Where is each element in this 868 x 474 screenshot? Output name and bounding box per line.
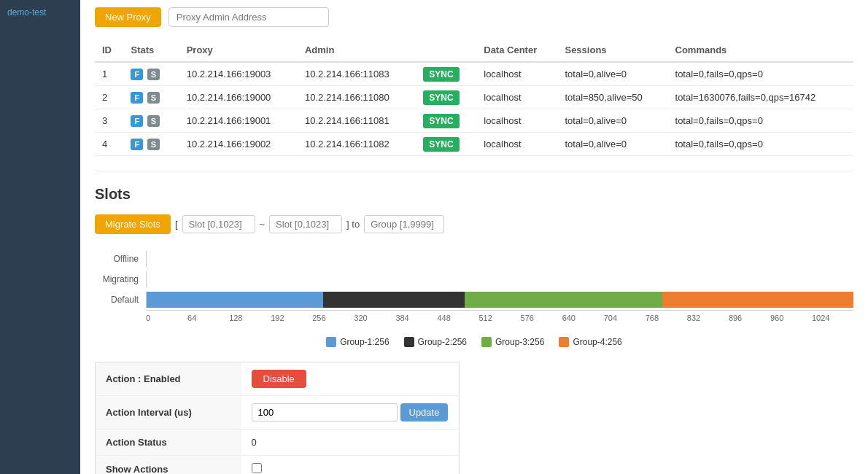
legend-label: Group-4:256 [573,337,621,347]
col-sync [416,39,476,62]
group-input[interactable] [364,215,444,233]
cell-sessions: total=0,alive=0 [557,109,667,133]
migrate-slots-button[interactable]: Migrate Slots [95,214,171,234]
cell-commands: total=0,fails=0,qps=0 [668,109,853,133]
cell-datacenter: localhost [476,86,557,109]
action-row-label: Show Actions [96,456,241,475]
badge-f: F [131,69,143,80]
col-sessions: Sessions [557,39,667,62]
cell-id: 2 [95,86,123,109]
cell-commands: total=1630076,fails=0,qps=16742 [668,86,853,109]
x-tick: 768 [646,314,687,322]
chart-bar-area [146,271,853,287]
col-stats: Stats [123,39,179,62]
cell-proxy: 10.2.214.166:19003 [179,62,298,86]
sync-badge: SYNC [423,67,459,82]
chart-bar-segment [465,292,662,308]
new-proxy-button[interactable]: New Proxy [95,7,161,27]
legend-item: Group-3:256 [481,337,544,347]
table-row: 2 F S 10.2.214.166:19000 10.2.214.166:11… [95,86,853,109]
action-interval-input[interactable] [252,403,398,421]
legend-color [404,337,414,347]
cell-datacenter: localhost [476,62,557,86]
table-row: 3 F S 10.2.214.166:19001 10.2.214.166:11… [95,109,853,133]
cell-sync: SYNC [416,62,476,86]
x-tick: 128 [229,314,271,322]
cell-sync: SYNC [416,133,476,156]
proxy-admin-address-input[interactable] [168,7,329,27]
cell-admin: 10.2.214.166:11083 [298,62,416,86]
top-bar: New Proxy [95,7,853,27]
cell-stats: F S [123,133,179,156]
x-tick: 832 [687,314,729,322]
col-datacenter: Data Center [476,39,557,62]
legend-color [326,337,336,347]
x-tick: 640 [562,314,604,322]
col-admin: Admin [298,39,416,62]
x-tick: 1024 [812,314,853,322]
cell-sessions: total=0,alive=0 [557,133,667,156]
sync-badge: SYNC [423,90,459,105]
cell-id: 4 [95,133,123,156]
cell-stats: F S [123,109,179,133]
cell-sync: SYNC [416,86,476,109]
action-status-value: 0 [241,430,460,456]
sync-badge: SYNC [423,137,459,152]
badge-s: S [147,139,160,150]
chart-row: Migrating [95,269,853,290]
x-tick: 64 [187,314,229,322]
action-row: Action : EnabledDisable [96,362,460,396]
x-tick: 576 [521,314,562,322]
action-row: Action Interval (us)Update [96,396,460,430]
sync-badge: SYNC [423,114,459,128]
badge-s: S [147,115,160,127]
action-row: Action Status0 [96,430,460,456]
chart-row: Offline [95,249,853,269]
table-row: 4 F S 10.2.214.166:19002 10.2.214.166:11… [95,133,853,156]
cell-id: 1 [95,62,123,86]
slot-to-input[interactable] [269,215,342,233]
cell-sessions: total=0,alive=0 [557,62,667,86]
badge-s: S [147,69,160,80]
action-row-label: Action Interval (us) [96,396,241,430]
legend-label: Group-1:256 [340,337,389,347]
show-actions-checkbox[interactable] [252,463,262,473]
action-row-label: Action Status [96,430,241,456]
cell-proxy: 10.2.214.166:19000 [179,86,298,109]
cell-stats: F S [123,62,179,86]
sidebar-link-demo-test[interactable]: demo-test [0,0,80,25]
cell-datacenter: localhost [476,109,557,133]
cell-admin: 10.2.214.166:11081 [298,109,416,133]
update-button[interactable]: Update [400,403,449,421]
proxy-table: ID Stats Proxy Admin Data Center Session… [95,39,853,156]
badge-s: S [147,92,160,104]
cell-sessions: total=850,alive=50 [557,86,667,109]
slot-from-input[interactable] [182,215,255,233]
col-commands: Commands [668,39,853,62]
disable-button[interactable]: Disable [252,370,306,388]
cell-proxy: 10.2.214.166:19002 [179,133,298,156]
cell-admin: 10.2.214.166:11080 [298,86,416,109]
action-row-value: Update [241,396,460,430]
chart-row-label: Default [95,295,146,305]
cell-datacenter: localhost [476,133,557,156]
x-tick: 960 [770,314,812,322]
badge-f: F [131,115,143,127]
cell-id: 3 [95,109,123,133]
tilde: ~ [260,219,266,230]
legend-color [559,337,569,347]
col-id: ID [95,39,123,62]
slots-title: Slots [95,186,853,203]
legend-color [481,337,492,347]
x-tick: 256 [312,314,354,322]
main-content: New Proxy ID Stats Proxy Admin Data Cent… [80,0,868,474]
legend-label: Group-3:256 [495,337,544,347]
action-table: Action : EnabledDisableAction Interval (… [95,362,460,474]
badge-f: F [131,139,143,150]
bracket-open: [ [175,219,178,230]
legend-item: Group-2:256 [404,337,467,347]
cell-stats: F S [123,86,179,109]
cell-commands: total=0,fails=0,qps=0 [668,133,853,156]
chart-legend: Group-1:256Group-2:256Group-3:256Group-4… [95,337,853,347]
slots-chart: OfflineMigratingDefault 0641281922563203… [95,249,853,322]
